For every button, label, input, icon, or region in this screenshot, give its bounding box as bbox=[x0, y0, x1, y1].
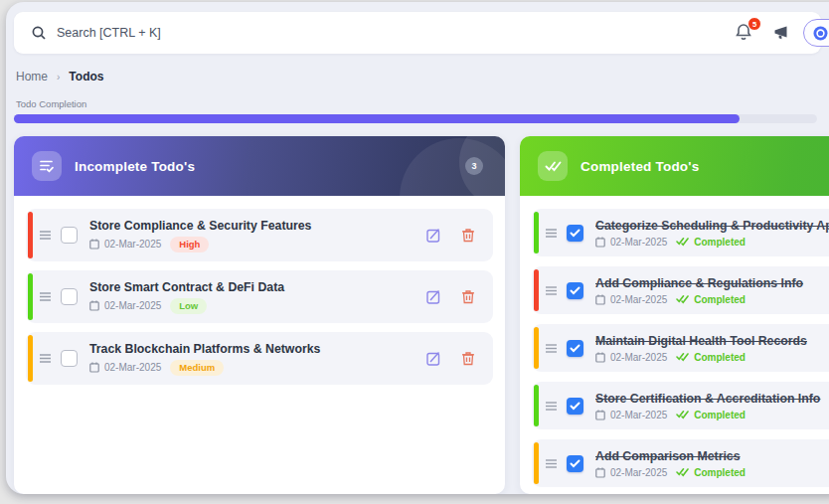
notification-count-badge: 5 bbox=[747, 17, 761, 31]
todo-row: Add Compliance & Regulations Info 02-Mar… bbox=[532, 266, 829, 314]
calendar-icon bbox=[89, 300, 99, 311]
app-window: Search [CTRL + K] 5 Home › Todos Todo Co… bbox=[6, 2, 829, 494]
drag-handle-icon[interactable] bbox=[40, 292, 51, 301]
priority-badge: Low bbox=[170, 298, 207, 314]
completed-status-label: Completed bbox=[694, 237, 746, 248]
todo-content: Store Smart Contract & DeFi Data 02-Mar-… bbox=[89, 280, 426, 314]
calendar-icon bbox=[595, 467, 605, 478]
todo-row: Categorize Scheduling & Productivity App… bbox=[532, 209, 829, 256]
completed-check-icon bbox=[676, 467, 689, 477]
breadcrumb: Home › Todos bbox=[16, 70, 103, 84]
announcements-button[interactable] bbox=[771, 24, 789, 46]
drag-handle-icon[interactable] bbox=[546, 286, 557, 295]
incomplete-panel-header: Incomplete Todo's 3 bbox=[14, 136, 505, 196]
todo-date: 02-Mar-2025 bbox=[610, 237, 667, 248]
todo-row: Maintain Digital Health Tool Records 02-… bbox=[532, 324, 829, 372]
currency-switcher-button[interactable] bbox=[803, 19, 829, 47]
priority-accent-bar bbox=[28, 335, 33, 382]
priority-badge: High bbox=[170, 237, 209, 252]
priority-accent-bar bbox=[534, 212, 539, 253]
todo-checkbox-checked[interactable] bbox=[567, 282, 583, 299]
todo-row: Store Compliance & Security Features 02-… bbox=[26, 209, 493, 261]
todo-date: 02-Mar-2025 bbox=[610, 410, 667, 420]
completed-status-label: Completed bbox=[694, 410, 746, 420]
completed-check-icon bbox=[676, 352, 689, 362]
todo-title: Maintain Digital Health Tool Records bbox=[595, 334, 829, 348]
todo-date: 02-Mar-2025 bbox=[610, 352, 667, 363]
todo-content: Categorize Scheduling & Productivity App… bbox=[595, 219, 829, 248]
completed-status-label: Completed bbox=[694, 294, 746, 305]
notifications-button[interactable]: 5 bbox=[734, 22, 755, 44]
priority-accent-bar bbox=[534, 327, 539, 369]
todo-date: 02-Mar-2025 bbox=[104, 239, 161, 250]
calendar-icon bbox=[595, 352, 605, 363]
todo-content: Track Blockchain Platforms & Networks 02… bbox=[89, 342, 426, 376]
list-check-icon bbox=[32, 151, 62, 181]
priority-accent-bar bbox=[534, 385, 539, 426]
drag-handle-icon[interactable] bbox=[546, 344, 557, 353]
todo-title: Store Compliance & Security Features bbox=[89, 219, 426, 233]
calendar-icon bbox=[595, 410, 605, 420]
delete-button[interactable] bbox=[461, 289, 475, 304]
edit-button[interactable] bbox=[426, 289, 441, 304]
double-check-icon bbox=[538, 151, 568, 181]
todo-title: Store Certification & Accreditation Info bbox=[595, 392, 829, 406]
todo-progress-fill bbox=[14, 114, 740, 123]
priority-accent-bar bbox=[534, 442, 539, 484]
todo-title: Track Blockchain Platforms & Networks bbox=[89, 342, 426, 356]
todo-checkbox-checked[interactable] bbox=[567, 225, 583, 242]
completed-status-label: Completed bbox=[694, 352, 746, 363]
drag-handle-icon[interactable] bbox=[546, 459, 557, 468]
todo-row: Store Certification & Accreditation Info… bbox=[532, 382, 829, 429]
incomplete-todo-list: Store Compliance & Security Features 02-… bbox=[26, 209, 493, 385]
breadcrumb-separator: › bbox=[57, 72, 60, 83]
calendar-icon bbox=[89, 362, 99, 373]
todo-title: Add Compliance & Regulations Info bbox=[595, 276, 829, 290]
completed-status-label: Completed bbox=[694, 467, 746, 478]
search-bar[interactable]: Search [CTRL + K] 5 bbox=[14, 12, 821, 54]
todo-checkbox-checked[interactable] bbox=[567, 340, 583, 357]
todo-title: Categorize Scheduling & Productivity App… bbox=[595, 219, 829, 233]
todo-progress-bar bbox=[14, 114, 817, 123]
drag-handle-icon[interactable] bbox=[40, 231, 51, 240]
completed-panel-header: Completed Todo's bbox=[520, 136, 829, 196]
priority-accent-bar bbox=[28, 212, 33, 258]
completed-panel-title: Completed Todo's bbox=[580, 159, 699, 174]
todo-checkbox-checked[interactable] bbox=[567, 455, 583, 472]
todo-date: 02-Mar-2025 bbox=[610, 294, 667, 305]
search-icon bbox=[31, 25, 47, 45]
todo-row: Add Comparison Metrics 02-Mar-2025 Compl… bbox=[532, 439, 829, 487]
breadcrumb-current: Todos bbox=[69, 70, 103, 84]
todo-title: Store Smart Contract & DeFi Data bbox=[89, 280, 426, 294]
todo-content: Store Compliance & Security Features 02-… bbox=[89, 219, 426, 252]
drag-handle-icon[interactable] bbox=[546, 402, 557, 411]
delete-button[interactable] bbox=[461, 228, 475, 243]
completed-todos-panel: Completed Todo's Categorize Scheduling &… bbox=[520, 136, 829, 494]
todo-row: Track Blockchain Platforms & Networks 02… bbox=[26, 332, 493, 385]
search-input[interactable]: Search [CTRL + K] bbox=[57, 12, 161, 54]
breadcrumb-home-link[interactable]: Home bbox=[16, 70, 48, 84]
drag-handle-icon[interactable] bbox=[40, 354, 51, 363]
currency-icon bbox=[812, 25, 829, 42]
todo-row: Store Smart Contract & DeFi Data 02-Mar-… bbox=[26, 270, 493, 323]
todo-checkbox[interactable] bbox=[61, 350, 78, 367]
progress-label: Todo Completion bbox=[16, 98, 86, 109]
delete-button[interactable] bbox=[461, 351, 475, 366]
drag-handle-icon[interactable] bbox=[546, 229, 557, 238]
todo-content: Store Certification & Accreditation Info… bbox=[595, 392, 829, 420]
calendar-icon bbox=[89, 239, 99, 250]
todo-content: Add Comparison Metrics 02-Mar-2025 Compl… bbox=[595, 449, 829, 478]
edit-button[interactable] bbox=[426, 351, 441, 366]
todo-content: Add Compliance & Regulations Info 02-Mar… bbox=[595, 276, 829, 305]
incomplete-count-badge: 3 bbox=[465, 157, 483, 175]
completed-check-icon bbox=[676, 237, 689, 247]
edit-button[interactable] bbox=[426, 228, 441, 243]
todo-date: 02-Mar-2025 bbox=[104, 362, 161, 373]
completed-check-icon bbox=[676, 294, 689, 304]
todo-checkbox[interactable] bbox=[61, 288, 78, 305]
incomplete-panel-title: Incomplete Todo's bbox=[75, 159, 195, 174]
priority-accent-bar bbox=[534, 269, 539, 311]
todo-checkbox[interactable] bbox=[61, 227, 78, 244]
todo-checkbox-checked[interactable] bbox=[567, 398, 583, 415]
incomplete-todos-panel: Incomplete Todo's 3 Store Compliance & S… bbox=[14, 136, 505, 494]
